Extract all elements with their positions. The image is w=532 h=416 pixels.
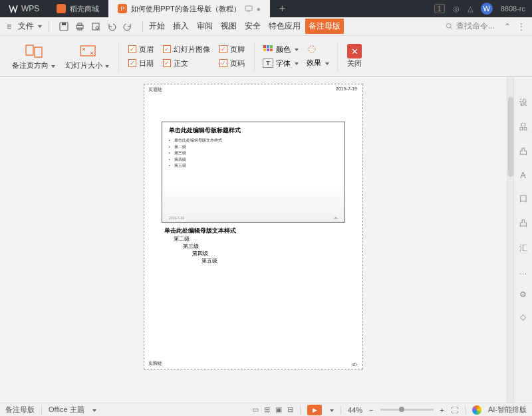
rail-item[interactable]: 凸	[519, 218, 527, 229]
canvas[interactable]: 页眉处 2019-7-19 单击此处编辑母版标题样式 单击此处编辑母版文本样式 …	[0, 77, 507, 403]
slide-level: 第四级	[169, 157, 338, 163]
view-sorter-icon[interactable]: ⊞	[264, 405, 270, 414]
undo-icon[interactable]	[106, 21, 117, 32]
page-date-placeholder[interactable]: 2019-7-19	[336, 86, 357, 91]
svg-rect-14	[270, 45, 273, 48]
check-body[interactable]: ✓正文	[163, 58, 210, 68]
svg-point-7	[96, 27, 98, 29]
rail-item[interactable]: A	[520, 171, 525, 180]
rail-diamond-icon[interactable]: ◇	[520, 312, 526, 322]
slide-image-placeholder[interactable]: 单击此处编辑母版标题样式 单击此处编辑母版文本样式 第二级 第三级 第四级 第五…	[162, 122, 345, 223]
vertical-scrollbar[interactable]	[507, 77, 513, 403]
title-bar: WPS 稻壳商城 P 如何使用PPT的备注母版（教程） ● + 1 ◎ △ W …	[0, 0, 532, 17]
tab-docer[interactable]: 稻壳商城	[47, 0, 108, 17]
fit-window-icon[interactable]: ⛶	[451, 406, 458, 414]
ribbon-tabs: 开始 插入 审阅 视图 安全 特色应用 备注母版	[146, 19, 344, 34]
ribbon-more-icon[interactable]: ⋮	[515, 22, 528, 31]
chevron-down-icon[interactable]	[91, 406, 96, 414]
check-page-number[interactable]: ✓页码	[219, 58, 245, 68]
page-footer-placeholder[interactable]: 页脚处	[148, 360, 162, 367]
new-tab-button[interactable]: +	[270, 3, 295, 15]
svg-rect-2	[62, 23, 66, 25]
titlebar-right: 1 ◎ △ W 8808-rc	[434, 3, 532, 15]
tab-modified-dot: ●	[257, 5, 261, 13]
notes-page[interactable]: 页眉处 2019-7-19 单击此处编辑母版标题样式 单击此处编辑母版文本样式 …	[144, 84, 363, 369]
sync-icon[interactable]: ◎	[453, 5, 460, 13]
chevron-down-icon[interactable]	[329, 406, 334, 414]
tab-security[interactable]: 安全	[241, 19, 264, 34]
ppt-icon: P	[118, 4, 127, 13]
view-buttons: ▭ ⊞ ▣ ⊟	[252, 405, 293, 414]
user-avatar[interactable]: W	[481, 3, 493, 15]
cloud-icon[interactable]: △	[467, 5, 473, 13]
font-dropdown[interactable]: T字体	[263, 58, 299, 68]
page-number-placeholder[interactable]: ‹#›	[351, 362, 357, 367]
page-header-placeholder[interactable]: 页眉处	[148, 86, 162, 93]
page-orientation-icon	[24, 42, 44, 60]
notes-body-placeholder[interactable]: 单击此处编辑母版文本样式 第二级 第三级 第四级 第五级	[162, 227, 345, 264]
save-icon[interactable]	[59, 21, 69, 32]
view-reading-icon[interactable]: ▣	[275, 405, 282, 414]
close-master-button[interactable]: ✕ 关闭	[342, 37, 367, 76]
zoom-slider-thumb[interactable]	[399, 407, 404, 412]
effect-dropdown[interactable]	[307, 45, 329, 54]
svg-rect-0	[245, 6, 252, 11]
slide-footer-num: ‹#›	[334, 216, 338, 220]
workspace: 页眉处 2019-7-19 单击此处编辑母版标题样式 单击此处编辑母版文本样式 …	[0, 77, 532, 403]
command-search[interactable]: 查找命令...	[445, 21, 500, 32]
rail-item[interactable]: 品	[519, 122, 527, 133]
tab-notes-master[interactable]: 备注母版	[305, 19, 344, 34]
tab-document-active[interactable]: P 如何使用PPT的备注母版（教程） ●	[108, 0, 269, 17]
rail-item[interactable]: 囗	[519, 193, 527, 205]
group-page-orientation[interactable]: 备注页方向	[7, 37, 61, 76]
check-header[interactable]: ✓页眉	[128, 45, 154, 54]
hamburger-icon[interactable]: ≡	[4, 22, 14, 31]
slide-level: 第三级	[169, 150, 338, 157]
docer-icon	[57, 4, 66, 13]
view-normal-icon[interactable]: ▭	[252, 405, 259, 414]
font-icon: T	[263, 58, 273, 68]
status-theme[interactable]: Office 主题	[49, 405, 84, 415]
notification-badge[interactable]: 1	[434, 4, 445, 13]
ai-layout-button[interactable]: AI-智能排版	[488, 405, 527, 415]
tab-view[interactable]: 视图	[217, 19, 240, 34]
zoom-in-icon[interactable]: +	[440, 406, 444, 414]
ribbon-collapse-icon[interactable]: ⌃	[500, 22, 515, 31]
zoom-out-icon[interactable]: −	[369, 406, 373, 414]
rail-settings-icon[interactable]: ⚙	[519, 290, 527, 299]
zoom-slider[interactable]	[380, 409, 434, 411]
svg-rect-13	[267, 45, 269, 48]
notes-level: 第四级	[164, 250, 342, 257]
rail-more-icon[interactable]: …	[519, 267, 527, 276]
scrollbar-thumb[interactable]	[508, 97, 513, 177]
print-preview-icon[interactable]	[90, 21, 101, 32]
rail-item[interactable]: 汇	[519, 243, 527, 254]
redo-icon[interactable]	[122, 21, 133, 32]
presentation-mode-icon	[245, 5, 253, 13]
file-menu[interactable]: 文件	[14, 21, 46, 32]
print-icon[interactable]	[74, 21, 85, 32]
slideshow-button[interactable]: ▶	[307, 405, 322, 415]
svg-rect-10	[35, 47, 42, 57]
tab-review[interactable]: 审阅	[194, 19, 216, 34]
tab-start[interactable]: 开始	[146, 19, 168, 34]
tab-special[interactable]: 特色应用	[265, 19, 304, 34]
view-notes-icon[interactable]: ⊟	[287, 405, 293, 414]
group-slide-size[interactable]: 幻灯片大小	[61, 37, 114, 76]
rail-item[interactable]: 凸	[519, 146, 527, 157]
svg-rect-15	[263, 49, 266, 51]
zoom-level[interactable]: 44%	[348, 406, 362, 414]
close-icon: ✕	[347, 44, 362, 58]
check-slide-image[interactable]: ✓幻灯片图像	[163, 45, 210, 54]
check-footer[interactable]: ✓页脚	[219, 45, 245, 54]
notes-level: 第三级	[164, 243, 342, 250]
svg-rect-4	[78, 23, 82, 25]
tab-insert[interactable]: 插入	[170, 19, 192, 34]
slide-footer-date: 2019-7-19	[169, 216, 184, 220]
color-dropdown[interactable]: 颜色	[263, 45, 299, 54]
effect-icon	[307, 45, 317, 54]
status-bar: 备注母版 Office 主题 ▭ ⊞ ▣ ⊟ ▶ 44% − + ⛶ AI-智能…	[0, 403, 532, 416]
ribbon: 备注页方向 幻灯片大小 ✓页眉 ✓幻灯片图像 ✓页脚 ✓日期 ✓正文 ✓页码 颜…	[0, 36, 532, 77]
check-date[interactable]: ✓日期	[128, 58, 154, 68]
rail-item[interactable]: 设	[519, 97, 527, 108]
